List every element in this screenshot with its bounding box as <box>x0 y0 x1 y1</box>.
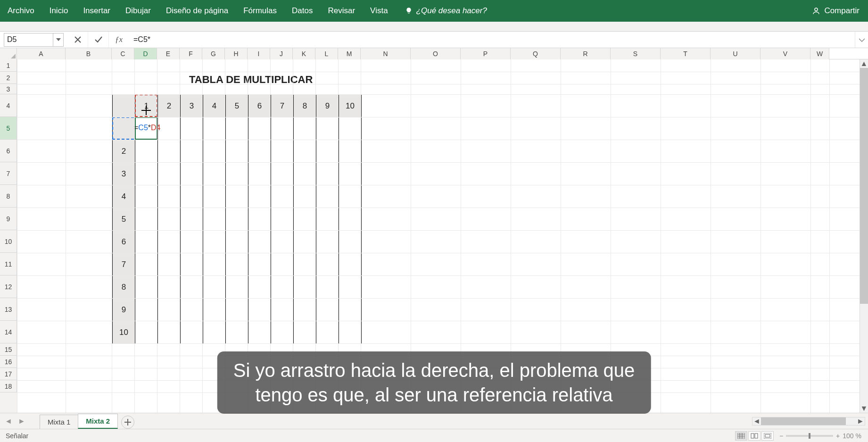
sheet-nav-next[interactable]: ► <box>16 416 27 427</box>
table-cell-r7-c7[interactable] <box>271 253 294 276</box>
name-box[interactable]: D5 <box>4 33 64 47</box>
select-all-triangle[interactable] <box>0 48 17 59</box>
table-cell-r9-c10[interactable] <box>339 299 362 321</box>
table-cell-r10-c4[interactable] <box>203 321 226 344</box>
horizontal-scroll-thumb[interactable] <box>761 417 846 425</box>
table-cell-r6-c3[interactable] <box>181 231 203 253</box>
column-header-S[interactable]: S <box>611 48 661 59</box>
table-cell-r5-c9[interactable] <box>316 208 339 231</box>
table-cell-r3-c9[interactable] <box>316 163 339 185</box>
table-cell-r8-c9[interactable] <box>316 276 339 299</box>
table-cell-r8-c10[interactable] <box>339 276 362 299</box>
vertical-scrollbar[interactable]: ▲ ▼ <box>860 59 868 413</box>
table-cell-r10-c7[interactable] <box>271 321 294 344</box>
column-header-H[interactable]: H <box>225 48 248 59</box>
view-page-layout-button[interactable] <box>748 431 761 441</box>
table-cell-r8-c2[interactable] <box>158 276 181 299</box>
column-header-E[interactable]: E <box>157 48 180 59</box>
table-cell-r1-c2[interactable] <box>158 117 181 140</box>
column-header-I[interactable]: I <box>248 48 270 59</box>
row-header-16[interactable]: 16 <box>0 356 17 368</box>
table-cell-r3-c7[interactable] <box>271 163 294 185</box>
table-cell-r9-c2[interactable] <box>158 299 181 321</box>
table-cell-r5-c2[interactable] <box>158 208 181 231</box>
table-cell-r6-c2[interactable] <box>158 231 181 253</box>
table-cell-r1-c3[interactable] <box>181 117 203 140</box>
table-cell-r7-c5[interactable] <box>226 253 248 276</box>
column-header-B[interactable]: B <box>66 48 112 59</box>
table-cell-r6-c4[interactable] <box>203 231 226 253</box>
column-header-Q[interactable]: Q <box>511 48 561 59</box>
table-cell-r1-c9[interactable] <box>316 117 339 140</box>
column-header-K[interactable]: K <box>293 48 315 59</box>
table-cell-r10-c2[interactable] <box>158 321 181 344</box>
column-header-L[interactable]: L <box>315 48 338 59</box>
row-header-9[interactable]: 9 <box>0 208 17 230</box>
column-header-G[interactable]: G <box>202 48 225 59</box>
table-cell-r5-c7[interactable] <box>271 208 294 231</box>
table-cell-r8-c7[interactable] <box>271 276 294 299</box>
zoom-out-button[interactable]: − <box>779 432 783 440</box>
table-cell-r9-c4[interactable] <box>203 299 226 321</box>
row-header-10[interactable]: 10 <box>0 230 17 253</box>
table-cell-r4-c2[interactable] <box>158 185 181 208</box>
table-cell-r3-c3[interactable] <box>181 163 203 185</box>
table-cell-r8-c4[interactable] <box>203 276 226 299</box>
table-cell-r5-c3[interactable] <box>181 208 203 231</box>
table-cell-r4-c7[interactable] <box>271 185 294 208</box>
table-cell-r4-c3[interactable] <box>181 185 203 208</box>
table-cell-r3-c4[interactable] <box>203 163 226 185</box>
table-cell-r9-c6[interactable] <box>248 299 271 321</box>
column-header-P[interactable]: P <box>461 48 511 59</box>
tab-dibujar[interactable]: Dibujar <box>118 0 158 22</box>
table-cell-r7-c6[interactable] <box>248 253 271 276</box>
table-cell-r2-c10[interactable] <box>339 140 362 163</box>
table-cell-r5-c10[interactable] <box>339 208 362 231</box>
table-cell-r10-c10[interactable] <box>339 321 362 344</box>
table-cell-r2-c5[interactable] <box>226 140 248 163</box>
table-cell-r6-c5[interactable] <box>226 231 248 253</box>
table-cell-r2-c2[interactable] <box>158 140 181 163</box>
row-header-11[interactable]: 11 <box>0 253 17 275</box>
sheet-nav-prev[interactable]: ◄ <box>3 416 14 427</box>
scroll-down-button[interactable]: ▼ <box>860 404 868 413</box>
table-cell-r4-c8[interactable] <box>294 185 316 208</box>
table-cell-r1-c5[interactable] <box>226 117 248 140</box>
scroll-left-button[interactable]: ◄ <box>752 417 761 425</box>
table-cell-r2-c6[interactable] <box>248 140 271 163</box>
column-header-N[interactable]: N <box>361 48 411 59</box>
table-cell-r3-c8[interactable] <box>294 163 316 185</box>
table-cell-r7-c3[interactable] <box>181 253 203 276</box>
column-header-V[interactable]: V <box>761 48 810 59</box>
table-cell-r1-c8[interactable] <box>294 117 316 140</box>
column-header-J[interactable]: J <box>270 48 293 59</box>
table-cell-r2-c3[interactable] <box>181 140 203 163</box>
tab-archivo[interactable]: Archivo <box>0 0 42 22</box>
table-cell-r1-c7[interactable] <box>271 117 294 140</box>
row-header-4[interactable]: 4 <box>0 94 17 117</box>
horizontal-scrollbar[interactable]: ◄ ► <box>752 417 865 425</box>
column-header-T[interactable]: T <box>661 48 711 59</box>
cancel-formula-button[interactable] <box>67 32 88 48</box>
tab-insertar[interactable]: Insertar <box>75 0 118 22</box>
table-cell-r10-c5[interactable] <box>226 321 248 344</box>
column-header-M[interactable]: M <box>338 48 361 59</box>
tab-inicio[interactable]: Inicio <box>42 0 76 22</box>
row-header-6[interactable]: 6 <box>0 140 17 162</box>
row-header-18[interactable]: 18 <box>0 380 17 392</box>
enter-formula-button[interactable] <box>88 32 109 48</box>
table-cell-r8-c3[interactable] <box>181 276 203 299</box>
column-header-D[interactable]: D <box>134 48 157 59</box>
sheet-tab-mixta-2[interactable]: Mixta 2 <box>78 414 118 429</box>
table-cell-r1-c6[interactable] <box>248 117 271 140</box>
view-normal-button[interactable] <box>735 431 747 441</box>
column-header-A[interactable]: A <box>17 48 66 59</box>
scroll-up-button[interactable]: ▲ <box>860 59 868 68</box>
table-cell-r2-c7[interactable] <box>271 140 294 163</box>
expand-formula-bar[interactable] <box>855 32 868 48</box>
table-cell-r8-c5[interactable] <box>226 276 248 299</box>
table-cell-r10-c8[interactable] <box>294 321 316 344</box>
zoom-in-button[interactable]: + <box>836 432 840 440</box>
row-header-17[interactable]: 17 <box>0 368 17 380</box>
table-cell-r8-c6[interactable] <box>248 276 271 299</box>
